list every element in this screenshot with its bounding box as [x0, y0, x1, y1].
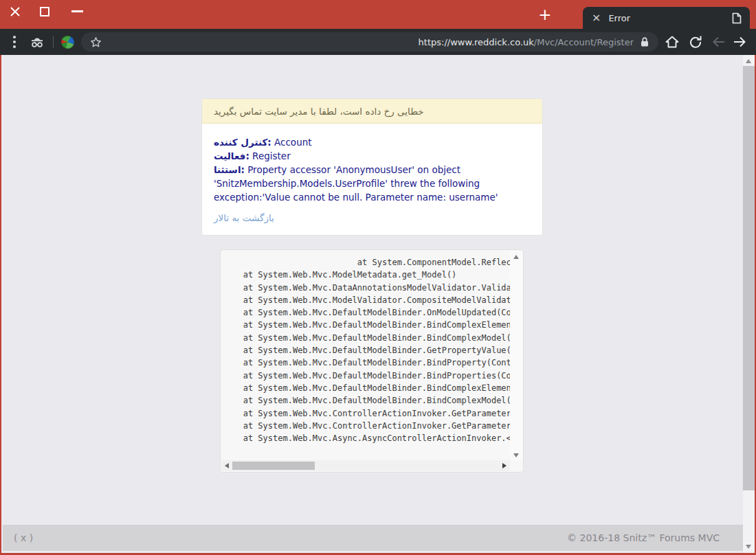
exception-value: Property accessor 'AnonymousUser' on obj… [214, 164, 498, 203]
lock-icon[interactable] [640, 36, 649, 47]
tab-error[interactable]: × Error [583, 7, 750, 29]
tab-close-icon[interactable]: × [592, 12, 601, 23]
error-alert-body: کنترل کننده: Account فعالیت: Register اس… [202, 124, 542, 235]
forward-arrow-icon [731, 34, 748, 50]
footer-left-text: ( x ) [14, 532, 33, 543]
error-alert-panel: خطایی رخ داده است، لطفا با مدیر سایت تما… [201, 98, 543, 236]
scroll-up-icon[interactable] [513, 255, 519, 259]
error-alert-header: خطایی رخ داده است، لطفا با مدیر سایت تما… [202, 99, 542, 124]
action-value: Register [252, 150, 291, 161]
browser-scrollbar[interactable] [743, 55, 755, 553]
new-tab-button[interactable]: + [535, 7, 555, 23]
action-label: فعالیت: [214, 150, 249, 161]
scrollbar-down-icon[interactable] [746, 545, 751, 549]
scrollbar-up-icon[interactable] [746, 59, 751, 63]
menu-kebab-icon[interactable] [13, 36, 16, 48]
controller-row: کنترل کننده: Account [214, 135, 531, 149]
url-path: /Mvc/Account/Register [534, 37, 634, 47]
address-bar[interactable]: https://www.reddick.co.uk/Mvc/Account/Re… [81, 32, 658, 52]
close-icon [8, 5, 22, 19]
scroll-right-icon[interactable] [502, 463, 507, 468]
controller-label: کنترل کننده: [214, 137, 271, 148]
back-to-forum-link[interactable]: بازگشت به تالار [214, 211, 274, 225]
action-row: فعالیت: Register [214, 149, 531, 163]
back-button[interactable] [731, 34, 748, 50]
browser-toolbar: https://www.reddick.co.uk/Mvc/Account/Re… [0, 29, 756, 55]
scrollbar-thumb[interactable] [743, 66, 755, 490]
controller-value: Account [274, 137, 312, 148]
trace-horizontal-scrollbar[interactable] [221, 460, 510, 471]
tab-title: Error [608, 13, 732, 23]
back-arrow-icon [711, 34, 727, 50]
page-favicon-icon [732, 12, 742, 24]
toolbar-separator [53, 36, 54, 48]
home-icon [664, 34, 680, 50]
reload-icon [687, 34, 704, 50]
forward-button [711, 34, 727, 50]
reload-button[interactable] [687, 34, 704, 50]
exception-label: استثنا: [214, 164, 245, 175]
scroll-down-icon[interactable] [513, 453, 519, 457]
page-viewport: خطایی رخ داده است، لطفا با مدیر سایت تما… [0, 55, 756, 555]
incognito-icon [29, 34, 45, 52]
horizontal-scroll-thumb[interactable] [232, 462, 315, 470]
bookmark-star-icon[interactable] [89, 36, 102, 49]
trace-vertical-scrollbar[interactable] [510, 251, 522, 460]
url-host: https://www.reddick.co.uk [419, 37, 534, 47]
window-titlebar: + × Error [0, 0, 756, 29]
browser-window: + × Error [0, 0, 756, 555]
copyright-text: © 2016-18 Snitz™ Forums MVC [567, 532, 720, 543]
exception-row: استثنا: Property accessor 'AnonymousUser… [214, 163, 531, 204]
window-maximize-button[interactable] [40, 7, 49, 16]
stack-trace-panel: at System.ComponentModel.Reflect at Syst… [220, 249, 524, 473]
window-close-button[interactable] [8, 5, 23, 20]
scroll-left-icon[interactable] [225, 463, 229, 468]
page-footer: ( x ) © 2016-18 Snitz™ Forums MVC [3, 525, 744, 551]
window-minimize-button[interactable] [71, 10, 83, 12]
download-manager-icon[interactable] [61, 36, 74, 49]
url-text[interactable]: https://www.reddick.co.uk/Mvc/Account/Re… [102, 37, 634, 47]
home-button[interactable] [664, 34, 680, 50]
stack-trace-text: at System.ComponentModel.Reflect at Syst… [221, 251, 510, 460]
